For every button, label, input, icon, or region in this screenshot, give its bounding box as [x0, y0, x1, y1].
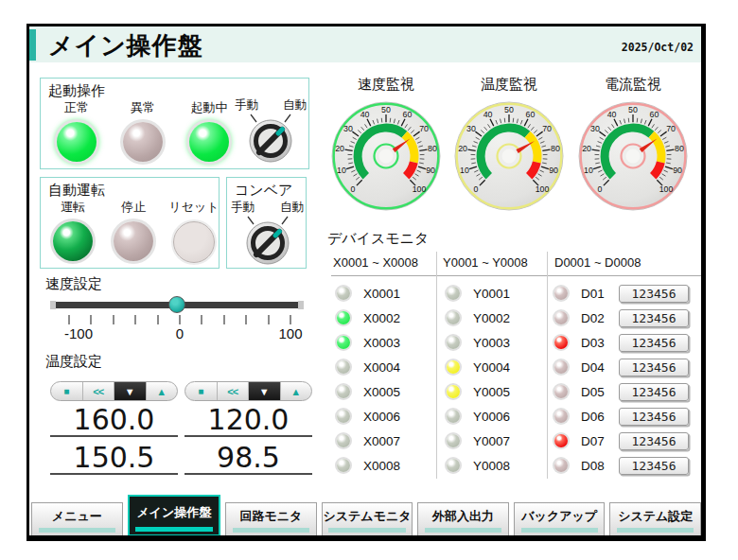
reset-button[interactable]	[173, 221, 215, 263]
device-value-button[interactable]: 123456	[619, 432, 689, 450]
device-label: X0007	[363, 434, 400, 448]
device-row: X0006	[337, 404, 400, 429]
device-row: D01123456	[554, 281, 689, 306]
status-lamp	[123, 122, 163, 162]
tab-menu[interactable]: メニュー	[31, 502, 123, 536]
svg-text:70: 70	[419, 124, 429, 133]
rotary-switch[interactable]	[240, 112, 301, 165]
svg-text:40: 40	[360, 110, 370, 119]
svg-text:80: 80	[675, 144, 684, 153]
device-status-lamp	[554, 459, 568, 472]
stop-button[interactable]: ■	[51, 382, 82, 400]
slider-tick	[134, 315, 136, 324]
tab-underline	[425, 528, 501, 533]
rotary-switch[interactable]	[237, 214, 298, 267]
lamp-unit: 停止	[103, 199, 164, 263]
x-device-column: X0001X0002X0003X0004X0005X0006X0007X0008	[337, 281, 400, 478]
decrement-button[interactable]: ▼	[114, 382, 146, 400]
svg-text:90: 90	[673, 166, 682, 175]
device-status-lamp	[554, 311, 568, 324]
device-value-button[interactable]: 123456	[619, 285, 689, 303]
tab-underline	[521, 528, 598, 533]
svg-text:90: 90	[549, 166, 558, 175]
svg-text:100: 100	[413, 184, 427, 194]
tab-5[interactable]: バックアップ	[514, 502, 606, 536]
tab-2[interactable]: 回路モニタ	[225, 502, 317, 536]
lamp-label: 停止	[121, 199, 146, 215]
start-op-lamps: 正常異常起動中	[44, 99, 242, 162]
tab-3[interactable]: システムモニタ	[322, 502, 413, 536]
slider-tick	[201, 315, 202, 324]
device-status-lamp	[337, 459, 350, 472]
device-label: X0003	[363, 336, 400, 350]
device-value-button[interactable]: 123456	[619, 359, 689, 376]
device-row: Y0008	[447, 453, 510, 478]
svg-text:30: 30	[590, 124, 600, 133]
device-status-lamp	[447, 336, 460, 349]
svg-text:60: 60	[650, 110, 659, 119]
device-row: D08123456	[554, 453, 689, 478]
device-row: X0001	[337, 281, 400, 306]
speed-slider-ticks	[68, 315, 293, 324]
d-device-column: D01123456D02123456D03123456D04123456D051…	[554, 281, 689, 478]
device-label: Y0008	[473, 459, 510, 473]
increment-button[interactable]: ▲	[146, 382, 178, 400]
decrement-button[interactable]: ▼	[248, 382, 280, 400]
fast-decrement-button[interactable]: <<	[217, 382, 249, 400]
device-status-lamp	[337, 410, 350, 423]
device-row: Y0003	[447, 330, 510, 355]
device-monitor-title: デバイスモニタ	[327, 230, 429, 248]
speed-slider-knob[interactable]	[168, 296, 185, 313]
svg-text:20: 20	[458, 144, 467, 153]
tab-label: システムモニタ	[323, 508, 411, 525]
svg-text:60: 60	[526, 110, 536, 119]
svg-text:10: 10	[337, 166, 346, 175]
device-value-button[interactable]: 123456	[619, 408, 689, 426]
tab-underline	[39, 528, 115, 533]
fast-decrement-button[interactable]: <<	[82, 382, 114, 400]
device-row: Y0006	[447, 404, 510, 429]
temp-setting-label: 温度設定	[45, 353, 102, 371]
device-row: X0005	[337, 379, 400, 404]
device-value-button[interactable]: 123456	[619, 309, 689, 327]
svg-text:20: 20	[335, 144, 344, 153]
status-lamp	[57, 122, 97, 162]
device-row: D07123456	[554, 429, 689, 453]
tab-4[interactable]: 外部入出力	[417, 502, 509, 536]
device-value-button[interactable]: 123456	[619, 383, 689, 401]
device-label: D03	[581, 336, 613, 350]
slider-max-label: 100	[269, 325, 312, 341]
device-value-button[interactable]: 123456	[619, 457, 689, 475]
column-divider	[547, 252, 548, 479]
tab-6[interactable]: システム設定	[609, 502, 701, 536]
current-gauge-title: 電流監視	[576, 76, 690, 94]
status-lamp	[114, 221, 153, 261]
device-label: X0002	[363, 311, 400, 325]
slider-tick	[268, 315, 270, 324]
svg-text:40: 40	[483, 110, 493, 119]
device-status-lamp	[554, 434, 568, 447]
device-value-button[interactable]: 123456	[619, 334, 689, 352]
device-status-lamp	[554, 385, 568, 398]
device-label: D08	[581, 459, 613, 473]
slider-tick	[179, 315, 181, 324]
status-lamp	[189, 122, 229, 162]
device-row: Y0004	[447, 355, 510, 379]
tab-1[interactable]: メイン操作盤	[128, 495, 221, 536]
stop-button[interactable]: ■	[185, 382, 217, 400]
title-accent-bar	[29, 29, 36, 61]
device-label: X0004	[363, 360, 400, 375]
svg-text:40: 40	[607, 110, 617, 119]
svg-text:30: 30	[343, 124, 353, 133]
device-status-lamp	[447, 360, 460, 374]
device-label: D04	[581, 360, 613, 375]
device-row: X0003	[337, 330, 400, 355]
lamp-unit: 異常	[110, 99, 176, 162]
device-row: X0002	[337, 306, 400, 330]
device-status-lamp	[337, 360, 350, 374]
increment-button[interactable]: ▲	[280, 382, 312, 400]
device-row: Y0005	[447, 379, 510, 404]
temp-gauge: 0102030405060708090100	[452, 99, 566, 213]
device-status-lamp	[447, 410, 460, 423]
panel-label: コンベア	[235, 182, 292, 200]
